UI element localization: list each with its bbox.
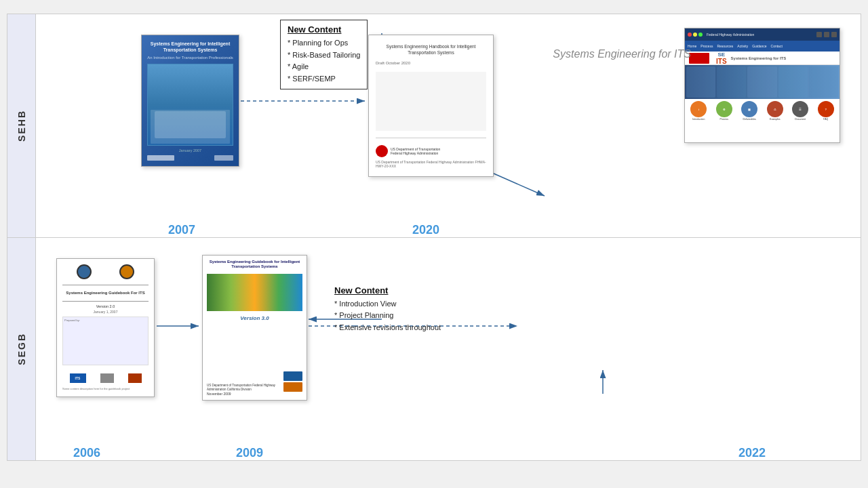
website-nav: Home Process Resources Activity Guidance… [685,41,840,52]
new-content-title-top: New Content [288,24,360,35]
logo-se: SE [717,52,725,58]
segb-2009-book: Systems Engineering Guidebook for Intell… [202,255,307,401]
segb2006-divider1 [62,285,149,285]
icon-introduction: i [690,101,707,117]
nav-process: Process [701,44,713,48]
website-screenshot-sehb: Federal Highway Administration Home Proc… [684,28,840,143]
nc2-item-3: * Extensive revisions throughout [334,322,441,334]
dot-green [698,33,703,37]
icon-process: ⚙ [716,101,732,117]
year-2020: 2020 [412,223,439,237]
segb2009-version: Version 3.0 [207,315,302,321]
sehb2007-title: Systems Engineering for Intelligent Tran… [147,41,233,53]
fhwa-logo [77,264,92,279]
icon-deliverables: ▦ [741,101,757,117]
hero-icon-4 [778,66,808,98]
dot-red [688,33,692,37]
website-logo-bar: SE ITS Systems Engineering for ITS [685,52,840,65]
icon-faq-label: FAQ [823,118,828,121]
segb2009-date: November 2009 [207,392,302,396]
main-container: SEHB SEGB [7,14,861,461]
nav-guidance: Guidance [752,44,766,48]
sehb2020-org: US Department of TransportationFederal H… [391,147,440,156]
segb2006-date: January 1, 2007 [62,310,149,314]
icon-intro-label: Introduction [692,118,705,121]
its-logo: ITS [70,373,86,383]
sm-logo1 [100,373,114,383]
segb2006-bottom-logos: ITS [62,373,149,383]
segb-label: SEGB [7,238,35,461]
segb2009-bottom: US Department of Transportation Federal … [207,371,302,392]
hero-overlay [685,65,840,99]
sehb2020-divider [376,138,486,138]
nc-item-3: * Agile [288,61,360,73]
nc2-item-1: * Introduction View [334,298,441,310]
website-icons-row: i Introduction ⚙ Process ▦ Deliverables … [685,99,840,123]
icon-examples-label: Examples [770,118,780,121]
year-2022: 2022 [738,446,766,460]
sehb2020-fhwa: US Department of Transportation Federal … [376,160,486,168]
year-2009: 2009 [236,446,263,460]
year-2006: 2006 [73,446,100,460]
hero-icon-1 [686,66,715,98]
year-2007: 2007 [168,223,195,237]
sehb-2020-book: Systems Engineering Handbook for Intelli… [368,35,494,177]
segb2006-logos [62,264,149,279]
se-its-text-label: Systems Engineering for ITS [553,48,691,60]
nav-resources: Resources [717,44,733,48]
icon-deliv-label: Deliverables [743,118,756,121]
nc-item-4: * SERF/SEMP [288,73,360,85]
segb-arrows [36,238,861,461]
icon-process-label: Process [719,118,728,121]
segb-row: Systems Engineering Guidebook For ITS Ve… [36,238,861,461]
hero-icon-5 [809,66,838,98]
sehb2020-draft: Draft October 2020 [376,61,486,65]
hero-icon-3 [747,66,776,98]
sehb2007-subtitle: An Introduction for Transportation Profe… [147,56,233,60]
logo-its: ITS [716,58,727,65]
nc2-item-2: * Project Planning [334,310,441,322]
nc-item-1: * Planning for Ops [288,37,360,49]
svg-line-4 [494,174,545,196]
row-labels: SEHB SEGB [7,14,36,460]
dot-yellow [693,33,697,37]
new-content-box-bottom: New Content * Introduction View * Projec… [334,285,441,334]
sehb2020-title: Systems Engineering Handbook for Intelli… [376,43,486,56]
sehb2007-date: January 2007 [147,148,233,152]
segb2009-fhwa: US Department of Transportation Federal … [207,384,283,392]
website-hero [685,65,840,99]
sehb2020-logos: US Department of TransportationFederal H… [376,145,486,157]
segb-2006-book: Systems Engineering Guidebook For ITS Ve… [56,258,155,397]
segb2009-title: Systems Engineering Guidebook for Intell… [207,260,302,270]
nc-item-2: * Risk-Based Tailoring [288,49,360,62]
new-content-title-bottom: New Content [334,285,441,296]
nav-activity: Activity [737,44,748,48]
segb2006-divider2 [62,301,149,302]
caltrans-logo [119,264,134,279]
icon-document: ☰ [792,101,808,117]
segb2009-image [207,274,302,311]
icon-examples: ♺ [767,101,783,117]
segb2006-title: Systems Engineering Guidebook For ITS [62,291,149,296]
dot-logo [376,145,388,157]
sehb-label: SEHB [7,14,35,238]
sehb-row: Systems Engineering for Intelligent Tran… [36,14,861,238]
icon-doc-label: Document [795,118,806,121]
segb2006-version: Version 2.0 [62,304,149,308]
sehb2007-image [147,64,233,146]
se-its-logo: SE ITS [716,52,727,65]
hero-icon-2 [717,66,746,98]
content-area: Systems Engineering for Intelligent Tran… [36,14,861,460]
icon-faq: ? [818,101,834,117]
website-topbar: Federal Highway Administration [685,28,840,41]
nav-contact: Contact [771,44,783,48]
sehb-2007-book: Systems Engineering for Intelligent Tran… [141,35,239,167]
topbar-text: Federal Highway Administration [707,33,754,37]
new-content-box-top: New Content * Planning for Ops * Risk-Ba… [280,20,368,89]
